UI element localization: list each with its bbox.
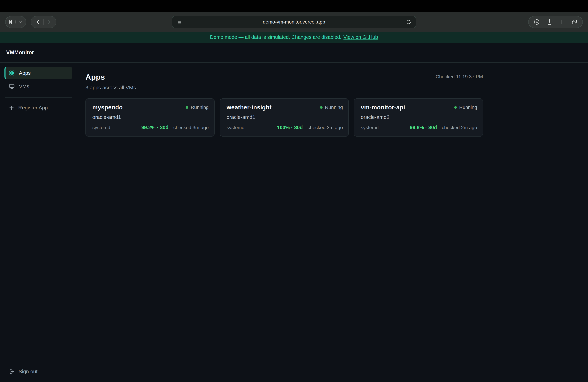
status-dot-icon: [454, 106, 457, 109]
share-button[interactable]: [547, 16, 552, 28]
main-panel: Apps 3 apps across all VMs Checked 11:19…: [77, 63, 588, 382]
sidebar-toggle-icon: [9, 19, 16, 24]
checked-ago: checked 3m ago: [173, 125, 209, 130]
status-label: Running: [325, 105, 343, 110]
app-card-weather-insight[interactable]: weather-insight Running oracle-amd1 syst…: [220, 98, 349, 136]
grid-icon: [9, 70, 15, 76]
browser-toolbar: demo-vm-monitor.vercel.app: [0, 12, 588, 32]
status-badge: Running: [186, 105, 209, 110]
app-card-myspendo[interactable]: myspendo Running oracle-amd1 systemd 99.…: [85, 98, 214, 136]
uptime-value: 99.8% · 30d: [410, 125, 437, 130]
sign-out-label: Sign out: [19, 369, 38, 374]
sign-out-button[interactable]: Sign out: [4, 366, 72, 377]
back-button[interactable]: [33, 16, 43, 28]
tabs-overview-button[interactable]: [571, 16, 577, 28]
app-cards-grid: myspendo Running oracle-amd1 systemd 99.…: [85, 98, 483, 136]
forward-button[interactable]: [44, 16, 54, 28]
status-dot-icon: [320, 106, 323, 109]
uptime-value: 99.2% · 30d: [141, 125, 168, 130]
vm-monitor-app: VMMonitor Apps: [0, 43, 588, 382]
runner-label: systemd: [227, 125, 245, 130]
sidebar-menu-button[interactable]: [18, 16, 22, 28]
toolbar-sidebar-group: [5, 16, 26, 28]
status-label: Running: [191, 105, 209, 110]
address-bar[interactable]: demo-vm-monitor.vercel.app: [172, 16, 416, 28]
monitor-icon: [9, 83, 15, 89]
toolbar-nav-group: [31, 16, 56, 28]
plus-icon: [9, 105, 14, 110]
tabs-overview-icon: [571, 19, 577, 25]
app-header: VMMonitor: [0, 43, 588, 63]
sidebar-toggle-button[interactable]: [9, 16, 16, 28]
register-app-label: Register App: [18, 105, 48, 111]
new-tab-icon: [559, 19, 565, 25]
toolbar-actions-group: [528, 16, 583, 28]
page-subtitle: 3 apps across all VMs: [85, 85, 136, 91]
url-text: demo-vm-monitor.vercel.app: [263, 19, 325, 25]
last-checked-timestamp: Checked 11:19:37 PM: [436, 74, 483, 79]
forward-icon: [46, 19, 52, 25]
status-label: Running: [459, 105, 477, 110]
sidebar: Apps VMs: [0, 63, 77, 382]
uptime-value: 100% · 30d: [277, 125, 303, 130]
page-title: Apps: [85, 73, 136, 82]
chevron-down-icon: [18, 20, 22, 24]
macos-menubar-strip: [0, 0, 588, 12]
share-icon: [547, 19, 552, 25]
sidebar-item-apps[interactable]: Apps: [4, 67, 72, 79]
status-dot-icon: [186, 106, 188, 109]
demo-banner: Demo mode — all data is simulated. Chang…: [0, 32, 588, 43]
sidebar-bottom-divider: [5, 363, 72, 363]
sidebar-item-label: VMs: [19, 83, 29, 89]
download-icon: [534, 19, 540, 25]
checked-ago: checked 3m ago: [308, 125, 343, 130]
demo-banner-text: Demo mode — all data is simulated. Chang…: [210, 34, 341, 40]
new-tab-button[interactable]: [559, 16, 565, 28]
vm-name: oracle-amd2: [361, 114, 477, 120]
register-app-button[interactable]: Register App: [4, 102, 72, 113]
brand-title: VMMonitor: [6, 49, 34, 56]
sidebar-item-label: Apps: [19, 70, 31, 76]
reload-icon[interactable]: [406, 19, 411, 25]
sign-out-icon: [9, 369, 14, 374]
app-name: myspendo: [92, 104, 123, 111]
back-icon: [35, 19, 41, 25]
app-card-vm-monitor-api[interactable]: vm-monitor-api Running oracle-amd2 syste…: [354, 98, 483, 136]
vm-name: oracle-amd1: [227, 114, 343, 120]
runner-label: systemd: [92, 125, 110, 130]
app-name: vm-monitor-api: [361, 104, 405, 111]
sidebar-item-vms[interactable]: VMs: [4, 80, 72, 92]
vm-name: oracle-amd1: [92, 114, 209, 120]
view-on-github-link[interactable]: View on GitHub: [343, 34, 378, 40]
downloads-button[interactable]: [534, 16, 540, 28]
status-badge: Running: [320, 105, 343, 110]
runner-label: systemd: [361, 125, 378, 130]
status-badge: Running: [454, 105, 477, 110]
checked-ago: checked 2m ago: [442, 125, 477, 130]
page-icon[interactable]: [177, 19, 182, 24]
app-name: weather-insight: [227, 104, 272, 111]
sidebar-divider: [5, 97, 72, 97]
